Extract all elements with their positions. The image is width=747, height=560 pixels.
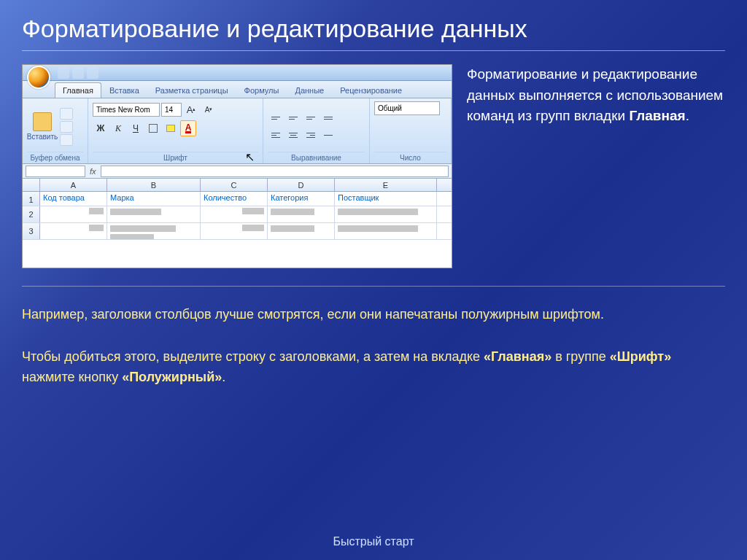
fill-color-icon (166, 125, 175, 132)
cell-e1[interactable]: Поставщик (335, 192, 437, 206)
bottom-description: Например, заголовки столбцов лучше смотр… (22, 286, 725, 388)
table-row: 1 Код товара Марка Количество Категория … (23, 192, 452, 206)
ribbon: Вставить Буфер обмена (23, 98, 452, 164)
cell-e3[interactable] (335, 223, 437, 239)
wrap-text-button[interactable] (320, 110, 336, 126)
fill-color-button[interactable] (163, 120, 179, 136)
column-headers: A B C D E (23, 179, 452, 192)
tab-data[interactable]: Данные (287, 82, 332, 98)
footer-text: Быстрый старт (0, 535, 747, 548)
col-header-e[interactable]: E (335, 179, 437, 191)
cell-c1[interactable]: Количество (201, 192, 268, 206)
font-color-button[interactable]: A (180, 120, 196, 136)
cut-icon[interactable] (60, 108, 73, 120)
align-center-button[interactable] (285, 128, 301, 144)
cell-d2[interactable] (268, 206, 335, 222)
grow-font-button[interactable]: A▴ (183, 101, 199, 117)
cell-c2[interactable] (201, 206, 268, 222)
group-clipboard-label: Буфер обмена (27, 152, 83, 162)
cell-d3[interactable] (268, 223, 335, 239)
cell-d1[interactable]: Категория (268, 192, 335, 206)
fx-icon[interactable]: fx (90, 167, 96, 176)
border-icon (149, 124, 158, 133)
cell-b1[interactable]: Марка (107, 192, 201, 206)
formula-input[interactable] (101, 166, 449, 177)
wrap-icon (321, 111, 336, 125)
align-middle-icon (286, 111, 301, 125)
col-header-b[interactable]: B (107, 179, 201, 191)
side-description: Форматирование и редактирование данных в… (467, 64, 725, 268)
currency-button[interactable] (374, 118, 390, 134)
align-left-icon (268, 128, 283, 143)
row-header-1[interactable]: 1 (23, 192, 40, 206)
ribbon-tabs: Главная Вставка Разметка страницы Формул… (23, 81, 452, 98)
font-size-input[interactable] (161, 103, 182, 117)
group-number-label: Число (374, 152, 446, 162)
cell-e2[interactable] (335, 206, 437, 222)
qat-redo-icon[interactable] (87, 67, 98, 79)
paste-icon (33, 112, 52, 131)
select-all-corner[interactable] (23, 179, 40, 191)
group-font-label: Шрифт (93, 152, 258, 162)
align-top-icon (268, 111, 283, 125)
group-alignment-label: Выравнивание (268, 152, 365, 162)
slide-title: Форматирование и редактирование данных (22, 15, 725, 51)
italic-button[interactable]: К (110, 120, 126, 136)
border-button[interactable] (145, 120, 161, 136)
tab-home[interactable]: Главная (55, 82, 101, 98)
col-header-c[interactable]: C (201, 179, 268, 191)
group-clipboard: Вставить Буфер обмена (23, 98, 88, 163)
format-painter-icon[interactable] (60, 134, 73, 146)
row-header-2[interactable]: 2 (23, 206, 40, 222)
align-bottom-button[interactable] (303, 110, 319, 126)
name-box[interactable] (26, 166, 85, 177)
col-header-d[interactable]: D (268, 179, 335, 191)
paste-button[interactable]: Вставить (27, 101, 58, 152)
group-font: A▴ A▾ Ж К Ч A Шрифт (88, 98, 263, 163)
copy-icon[interactable] (60, 121, 73, 133)
cell-b3[interactable] (107, 223, 201, 239)
font-color-icon: A (185, 124, 192, 133)
group-number: Число (370, 98, 452, 163)
group-alignment: Выравнивание (263, 98, 370, 163)
number-format-input[interactable] (374, 101, 440, 115)
qat-save-icon[interactable] (58, 67, 69, 79)
tab-page-layout[interactable]: Разметка страницы (147, 82, 236, 98)
align-center-icon (286, 128, 301, 143)
tab-review[interactable]: Рецензирование (332, 82, 410, 98)
cell-a3[interactable] (40, 223, 107, 239)
percent-button[interactable] (392, 118, 408, 134)
shrink-font-button[interactable]: A▾ (201, 101, 217, 117)
align-right-button[interactable] (303, 128, 319, 144)
tab-formulas[interactable]: Формулы (236, 82, 287, 98)
underline-button[interactable]: Ч (128, 120, 144, 136)
table-row: 3 (23, 223, 452, 240)
align-bottom-icon (303, 111, 318, 125)
cell-c3[interactable] (201, 223, 268, 239)
quick-access-toolbar (23, 65, 452, 81)
align-left-button[interactable] (268, 128, 284, 144)
table-row: 2 (23, 206, 452, 223)
tab-insert[interactable]: Вставка (101, 82, 147, 98)
excel-screenshot: Главная Вставка Разметка страницы Формул… (22, 64, 452, 268)
comma-button[interactable] (409, 118, 425, 134)
office-button-icon[interactable] (27, 66, 50, 89)
cell-a1[interactable]: Код товара (40, 192, 107, 206)
align-middle-button[interactable] (285, 110, 301, 126)
merge-button[interactable] (320, 128, 336, 144)
col-header-a[interactable]: A (40, 179, 107, 191)
row-header-3[interactable]: 3 (23, 223, 40, 239)
paste-label: Вставить (27, 133, 58, 141)
bold-button[interactable]: Ж (93, 120, 109, 136)
cell-b2[interactable] (107, 206, 201, 222)
align-right-icon (303, 128, 318, 143)
merge-icon (321, 128, 336, 143)
qat-undo-icon[interactable] (72, 67, 84, 79)
formula-bar: fx (23, 164, 452, 179)
align-top-button[interactable] (268, 110, 284, 126)
font-name-input[interactable] (93, 103, 160, 117)
cell-a2[interactable] (40, 206, 107, 222)
